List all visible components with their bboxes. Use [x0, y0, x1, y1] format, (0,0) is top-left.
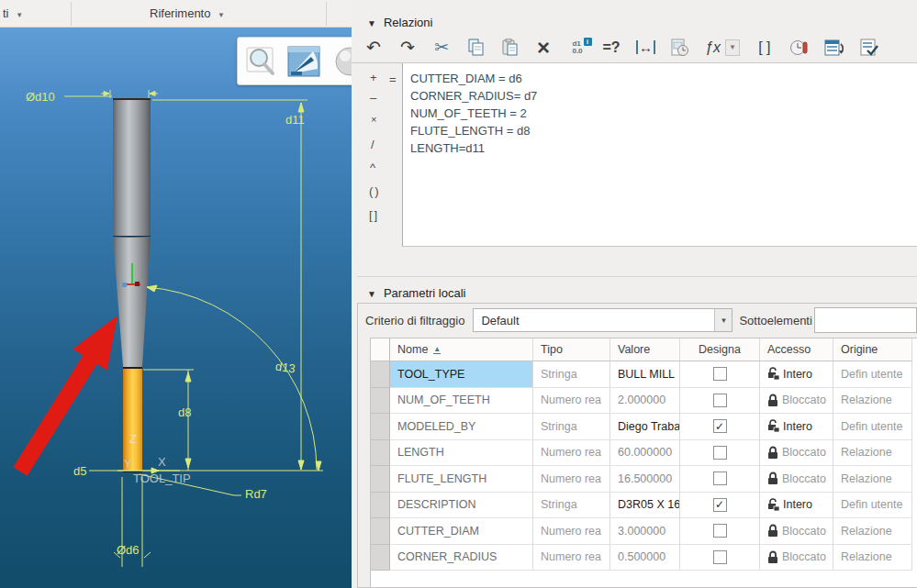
row-gutter[interactable] [371, 466, 390, 493]
param-type-cell[interactable]: Numero rea [533, 440, 610, 467]
param-value-cell[interactable]: 0.500000 [610, 545, 680, 571]
checkbox[interactable] [713, 524, 727, 538]
collapse-triangle-icon[interactable]: ▼ [367, 289, 376, 299]
param-name-cell[interactable]: DESCRIPTION [390, 493, 533, 519]
param-value-cell[interactable]: Diego Traba [610, 414, 680, 440]
table-row[interactable]: FLUTE_LENGTH Numero rea 16.500000 Blocca… [371, 466, 917, 493]
op-plus[interactable]: + [370, 71, 377, 84]
checkbox-checked[interactable]: ✓ [713, 498, 727, 512]
parameters-section-header[interactable]: ▼Parametri locali [367, 286, 466, 300]
col-header-origine[interactable]: Origine [833, 338, 912, 361]
op-times[interactable]: × [371, 114, 376, 125]
param-access-cell[interactable]: Intero [760, 361, 833, 388]
row-gutter[interactable] [371, 493, 390, 519]
param-access-cell[interactable]: Bloccato [760, 440, 833, 467]
zoom-tool-button[interactable] [245, 43, 278, 80]
param-type-cell[interactable]: Numero rea [533, 466, 610, 493]
tab-partial-left[interactable]: ti ▼ [3, 6, 23, 20]
checkbox-checked[interactable]: ✓ [713, 419, 727, 433]
collapse-triangle-icon[interactable]: ▼ [367, 18, 376, 28]
dim-label-d13[interactable]: d13 [274, 360, 296, 376]
param-name-cell[interactable]: MODELED_BY [390, 414, 533, 440]
insert-from-file-icon[interactable] [671, 39, 689, 57]
param-origin-cell[interactable]: Defin utente [833, 361, 912, 388]
param-access-cell[interactable]: Intero [760, 493, 833, 519]
dim-label-d10[interactable]: Ød10 [26, 90, 55, 104]
redo-icon[interactable]: ↷ [398, 39, 417, 56]
param-type-cell[interactable]: Numero rea [533, 545, 610, 571]
dim-label-d8[interactable]: d8 [178, 405, 191, 419]
col-header-accesso[interactable]: Accesso [760, 338, 833, 361]
op-equals[interactable]: = [389, 72, 397, 86]
copy-icon[interactable] [466, 39, 485, 56]
op-divide[interactable]: / [371, 138, 375, 151]
param-origin-cell[interactable]: Relazione [833, 545, 912, 571]
shade-tool-button[interactable] [330, 43, 352, 80]
param-value-cell[interactable]: 16.500000 [610, 466, 680, 493]
table-row[interactable]: CUTTER_DIAM Numero rea 3.000000 Bloccato… [371, 518, 917, 545]
col-header-valore[interactable]: Valore [610, 338, 680, 361]
relations-editor[interactable]: CUTTER_DIAM = d6 CORNER_RADIUS= d7 NUM_O… [402, 63, 917, 247]
dimension-icon[interactable]: ↔ [636, 40, 655, 54]
param-origin-cell[interactable]: Relazione [833, 466, 912, 493]
param-access-cell[interactable]: Bloccato [760, 545, 833, 571]
param-designate-cell[interactable]: ✓ [680, 493, 760, 519]
param-name-cell[interactable]: NUM_OF_TEETH [390, 388, 533, 415]
table-row[interactable]: TOOL_TYPE Stringa BULL MILL Intero Defin… [371, 361, 917, 388]
param-access-cell[interactable]: Bloccato [760, 518, 833, 545]
col-header-tipo[interactable]: Tipo [533, 338, 610, 361]
function-icon[interactable]: ƒx▼ [705, 39, 740, 56]
param-name-cell[interactable]: CORNER_RADIUS [390, 545, 533, 571]
op-minus[interactable]: – [370, 91, 376, 105]
row-gutter[interactable] [371, 361, 390, 388]
param-type-cell[interactable]: Stringa [533, 493, 610, 519]
dim-label-rd7[interactable]: Rd7 [245, 487, 267, 501]
param-value-cell[interactable]: 2.000000 [610, 388, 680, 415]
relation-line[interactable]: FLUTE_LENGTH = d8 [410, 122, 917, 139]
table-row[interactable]: CORNER_RADIUS Numero rea 0.500000 Blocca… [371, 545, 917, 571]
chevron-down-icon[interactable]: ▼ [714, 309, 732, 331]
param-origin-cell[interactable]: Relazione [833, 518, 912, 545]
param-designate-cell[interactable] [680, 518, 760, 545]
row-gutter[interactable] [371, 545, 390, 571]
param-designate-cell[interactable] [680, 361, 760, 388]
row-gutter[interactable] [371, 518, 390, 545]
table-row[interactable]: LENGTH Numero rea 60.000000 Bloccato Rel… [371, 440, 917, 467]
param-name-cell[interactable]: LENGTH [390, 440, 533, 467]
row-gutter[interactable] [371, 414, 390, 440]
op-power[interactable]: ^ [370, 161, 375, 174]
col-header-designa[interactable]: Designa [680, 338, 760, 361]
dim-label-d11[interactable]: d11 [285, 113, 305, 127]
param-designate-cell[interactable]: ✓ [680, 414, 760, 440]
checkbox[interactable] [713, 472, 727, 485]
param-name-cell[interactable]: FLUTE_LENGTH [390, 466, 533, 493]
dim-label-d6[interactable]: Ød6 [117, 543, 140, 557]
table-row[interactable]: DESCRIPTION Stringa D3R05 X 16 ✓ Intero … [371, 493, 917, 519]
param-name-cell[interactable]: TOOL_TYPE [390, 361, 533, 388]
param-origin-cell[interactable]: Defin utente [833, 414, 912, 440]
param-access-cell[interactable]: Intero [760, 414, 833, 440]
param-origin-cell[interactable]: Relazione [833, 388, 912, 415]
param-designate-cell[interactable] [680, 440, 760, 467]
param-designate-cell[interactable] [680, 388, 760, 415]
evaluate-icon[interactable]: =? [602, 40, 621, 55]
relation-line[interactable]: LENGTH=d11 [410, 139, 917, 157]
param-type-cell[interactable]: Stringa [533, 361, 610, 388]
relation-line[interactable]: NUM_OF_TEETH = 2 [410, 105, 917, 122]
checkbox[interactable] [713, 394, 727, 407]
param-value-cell[interactable]: 3.000000 [610, 518, 680, 545]
tab-riferimento[interactable]: Riferimento ▼ [150, 6, 225, 20]
delete-icon[interactable]: × [534, 37, 553, 59]
table-row[interactable]: NUM_OF_TEETH Numero rea 2.000000 Bloccat… [371, 388, 917, 415]
param-value-cell[interactable]: BULL MILL [610, 361, 680, 388]
param-origin-cell[interactable]: Defin utente [833, 493, 912, 519]
param-designate-cell[interactable] [680, 466, 760, 493]
paste-icon[interactable] [500, 39, 519, 56]
cut-icon[interactable]: ✂ [432, 39, 451, 56]
param-access-cell[interactable]: Bloccato [760, 466, 833, 493]
param-type-cell[interactable]: Numero rea [533, 388, 610, 415]
filter-dropdown[interactable]: Default ▼ [473, 308, 732, 332]
op-brackets[interactable]: [] [369, 208, 379, 222]
op-parens[interactable]: () [369, 184, 381, 198]
param-origin-cell[interactable]: Relazione [833, 440, 912, 467]
